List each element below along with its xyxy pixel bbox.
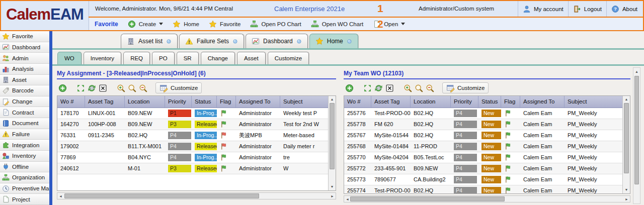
sidebar-item-organization[interactable]: Organization bbox=[0, 172, 49, 183]
favorites-bar-open-wo-chart-button[interactable]: Open WO Chart bbox=[311, 20, 363, 28]
sidebar-item-inventory[interactable]: Inventory bbox=[0, 151, 49, 162]
column-header-assigned-to[interactable]: Assigned To bbox=[236, 96, 280, 108]
tab-indicator-dot[interactable] bbox=[166, 39, 172, 44]
my-account-button[interactable]: My account bbox=[518, 1, 568, 17]
table-horizontal-scrollbar[interactable]: ◄ ► bbox=[57, 192, 336, 199]
sidebar-item-asset[interactable]: Asset bbox=[0, 75, 49, 86]
scroll-down-icon[interactable]: ▼ bbox=[623, 187, 630, 192]
zoom-in-button[interactable] bbox=[115, 82, 126, 93]
sidebar-item-analysis[interactable]: Analysis bbox=[0, 64, 49, 75]
zoom-button[interactable] bbox=[413, 82, 424, 93]
module-tab-inventory[interactable]: Inventory bbox=[84, 52, 121, 64]
column-header-asset-tag[interactable]: Asset Tag bbox=[85, 96, 125, 108]
scrollbar-thumb[interactable] bbox=[350, 196, 505, 201]
sidebar-item-integration[interactable]: Integration bbox=[0, 140, 49, 151]
column-header-location[interactable]: Location bbox=[411, 96, 451, 108]
sidebar-item-offline[interactable]: Offline bbox=[0, 162, 49, 173]
sidebar-item-dashboard[interactable]: Dashboard bbox=[0, 42, 49, 53]
tab-indicator-dot[interactable] bbox=[296, 39, 302, 44]
close-button[interactable] bbox=[384, 82, 395, 93]
sidebar-item-failure[interactable]: Failure bbox=[0, 129, 49, 140]
module-tab-po[interactable]: PO bbox=[152, 52, 175, 64]
table-row[interactable]: 2557737890677CA.Building2P4NewCalem EamP… bbox=[344, 174, 630, 185]
tab-asset-list[interactable]: Asset list bbox=[121, 34, 178, 48]
table-row[interactable]: 77869B04.NYCP4In-Prog...Administratortre bbox=[57, 152, 336, 163]
favorites-bar-favorite-button[interactable]: Favorite bbox=[209, 20, 241, 28]
scroll-down-icon[interactable]: ▼ bbox=[329, 184, 336, 189]
tab-home[interactable]: Home bbox=[309, 34, 358, 48]
column-header-status[interactable]: Status bbox=[478, 96, 501, 108]
table-row[interactable]: 255770MySite-04204B05.TestLocP4NewCalem … bbox=[344, 152, 630, 163]
customize-button[interactable]: Customize bbox=[442, 82, 489, 93]
tab-failure-sets[interactable]: Failure Sets bbox=[179, 34, 244, 48]
table-row[interactable]: 164270100HP-008B09.NEWP3ReleasedAdminist… bbox=[57, 119, 336, 130]
column-header-subject[interactable]: Subject bbox=[565, 96, 623, 108]
add-button[interactable] bbox=[57, 82, 68, 93]
table-row[interactable]: 255776Test-PROD-002B02.HQP4NewCalem EamP… bbox=[344, 108, 630, 119]
sidebar-item-favorite[interactable]: Favorite bbox=[0, 31, 49, 42]
zoom-out-button[interactable] bbox=[137, 82, 148, 93]
scrollbar-thumb[interactable] bbox=[330, 103, 335, 169]
column-header-priority[interactable]: Priority bbox=[451, 96, 478, 108]
customize-button[interactable]: Customize bbox=[155, 82, 202, 93]
refresh-button[interactable] bbox=[86, 82, 97, 93]
column-header-asset-tag[interactable]: Asset Tag bbox=[371, 96, 411, 108]
zoom-in-button[interactable] bbox=[402, 82, 413, 93]
scroll-up-icon[interactable]: ▲ bbox=[329, 97, 336, 102]
scroll-right-icon[interactable]: ► bbox=[625, 197, 628, 202]
zoom-out-button[interactable] bbox=[424, 82, 435, 93]
module-tab-sr[interactable]: SR bbox=[177, 52, 199, 64]
sidebar-item-barcode[interactable]: Barcode bbox=[0, 85, 49, 96]
table-row[interactable]: 255774Test-PROD-008B02.HQP4NewCalem EamP… bbox=[344, 185, 630, 194]
sidebar-item-preventive-main[interactable]: Preventive Main bbox=[0, 183, 49, 194]
zoom-button[interactable] bbox=[126, 82, 137, 93]
scroll-up-icon[interactable]: ▲ bbox=[623, 97, 630, 102]
close-button[interactable] bbox=[97, 82, 108, 93]
scrollbar-thumb[interactable] bbox=[624, 103, 629, 173]
column-header-subject[interactable]: Subject bbox=[280, 96, 329, 108]
column-header-flag[interactable]: Flag bbox=[217, 96, 236, 108]
column-header-wo[interactable]: Wo # bbox=[57, 96, 85, 108]
table-row[interactable]: 255767MySite-01544B02.HQP4NewCalem EamPM… bbox=[344, 130, 630, 141]
scroll-left-icon[interactable]: ◄ bbox=[346, 197, 349, 202]
table-row[interactable]: 255772233-455-901B09.NEWP4NewCalem EamPM… bbox=[344, 163, 630, 174]
module-tab-customize[interactable]: Customize bbox=[268, 52, 309, 64]
scroll-up-icon[interactable]: ▲ bbox=[633, 69, 640, 74]
tab-indicator-dot[interactable] bbox=[347, 39, 352, 44]
scrollbar-thumb[interactable] bbox=[634, 76, 639, 184]
favorites-bar-open-po-chart-button[interactable]: Open PO Chart bbox=[250, 20, 301, 28]
column-header-flag[interactable]: Flag bbox=[501, 96, 520, 108]
table-row[interactable]: 255768MySite-0148411-PRODP4NewCalem EamP… bbox=[344, 141, 630, 152]
module-tab-req[interactable]: REQ bbox=[123, 52, 150, 64]
column-header-status[interactable]: Status bbox=[192, 96, 217, 108]
table-vertical-scrollbar[interactable]: ▲ ▼ bbox=[622, 96, 630, 193]
module-tab-wo[interactable]: WO bbox=[57, 52, 82, 64]
column-header-wo[interactable]: Wo # bbox=[344, 96, 371, 108]
table-row[interactable]: 763310911-2345B02.HQP4In-Prog...美波MPBMet… bbox=[57, 130, 336, 141]
scroll-right-icon[interactable]: ► bbox=[331, 194, 334, 199]
table-row[interactable]: 240612M-01P3ReleasedAdministratorW bbox=[57, 163, 336, 174]
sidebar-item-admin[interactable]: Admin bbox=[0, 53, 49, 64]
column-header-priority[interactable]: Priority bbox=[165, 96, 192, 108]
refresh-button[interactable] bbox=[373, 82, 384, 93]
add-button[interactable] bbox=[344, 82, 355, 93]
page-vertical-scrollbar[interactable]: ▲ bbox=[633, 67, 640, 204]
expand-button[interactable] bbox=[75, 82, 86, 93]
scroll-left-icon[interactable]: ◄ bbox=[59, 194, 62, 199]
sidebar-item-change[interactable]: Change bbox=[0, 96, 49, 108]
sidebar-item-contract[interactable]: Contract bbox=[0, 107, 49, 118]
table-vertical-scrollbar[interactable]: ▲ ▼ bbox=[328, 96, 336, 190]
table-row[interactable]: 255778FM 620B02.HQP4NewCalem EamPM_Weekl… bbox=[344, 119, 630, 130]
tab-dashboard[interactable]: Dashboard bbox=[246, 34, 308, 48]
module-tab-change[interactable]: Change bbox=[201, 52, 235, 64]
sidebar-item-project[interactable]: Project bbox=[0, 194, 49, 205]
favorites-bar-create-button[interactable]: Create bbox=[128, 20, 164, 28]
table-horizontal-scrollbar[interactable]: ◄ ► bbox=[344, 195, 630, 202]
tab-indicator-dot[interactable] bbox=[232, 39, 238, 44]
expand-button[interactable] bbox=[362, 82, 373, 93]
about-button[interactable]: ?About bbox=[606, 1, 642, 17]
favorites-bar-home-button[interactable]: Home bbox=[173, 20, 199, 28]
module-tab-asset[interactable]: Asset bbox=[237, 52, 266, 64]
column-header-location[interactable]: Location bbox=[125, 96, 165, 108]
table-row[interactable]: 179002B11.TX-M001P4ReleasedAdministrator… bbox=[57, 141, 336, 152]
